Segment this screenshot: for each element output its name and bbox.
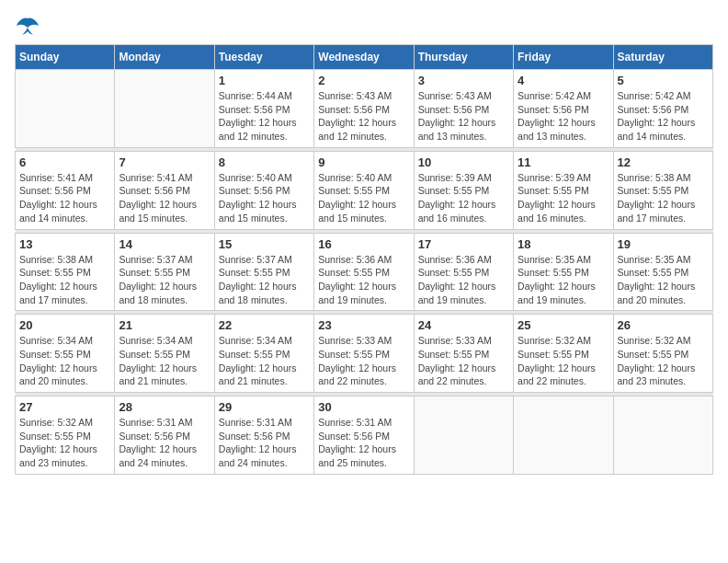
calendar-week-row: 6Sunrise: 5:41 AM Sunset: 5:56 PM Daylig… bbox=[16, 151, 713, 229]
calendar-day-cell: 15Sunrise: 5:37 AM Sunset: 5:55 PM Dayli… bbox=[214, 233, 313, 311]
day-info: Sunrise: 5:39 AM Sunset: 5:55 PM Dayligh… bbox=[518, 171, 609, 225]
calendar-day-cell: 12Sunrise: 5:38 AM Sunset: 5:55 PM Dayli… bbox=[613, 151, 712, 229]
logo-icon bbox=[15, 15, 40, 37]
day-info: Sunrise: 5:31 AM Sunset: 5:56 PM Dayligh… bbox=[318, 416, 409, 470]
day-info: Sunrise: 5:39 AM Sunset: 5:55 PM Dayligh… bbox=[418, 171, 509, 225]
calendar-day-cell: 7Sunrise: 5:41 AM Sunset: 5:56 PM Daylig… bbox=[115, 151, 214, 229]
day-info: Sunrise: 5:36 AM Sunset: 5:55 PM Dayligh… bbox=[318, 253, 409, 307]
day-number: 20 bbox=[19, 318, 110, 332]
calendar-day-cell bbox=[613, 396, 712, 475]
calendar-day-cell: 30Sunrise: 5:31 AM Sunset: 5:56 PM Dayli… bbox=[314, 396, 414, 475]
calendar-day-cell: 1Sunrise: 5:44 AM Sunset: 5:56 PM Daylig… bbox=[214, 70, 313, 148]
weekday-header-thursday: Thursday bbox=[414, 45, 513, 70]
day-info: Sunrise: 5:44 AM Sunset: 5:56 PM Dayligh… bbox=[219, 89, 310, 144]
day-number: 16 bbox=[318, 237, 409, 251]
calendar-day-cell: 24Sunrise: 5:33 AM Sunset: 5:55 PM Dayli… bbox=[414, 315, 513, 393]
day-number: 12 bbox=[618, 155, 709, 169]
calendar-day-cell: 14Sunrise: 5:37 AM Sunset: 5:55 PM Dayli… bbox=[115, 233, 214, 311]
calendar-day-cell: 18Sunrise: 5:35 AM Sunset: 5:55 PM Dayli… bbox=[514, 233, 613, 311]
day-info: Sunrise: 5:34 AM Sunset: 5:55 PM Dayligh… bbox=[19, 334, 110, 388]
day-number: 8 bbox=[219, 155, 310, 169]
day-info: Sunrise: 5:41 AM Sunset: 5:56 PM Dayligh… bbox=[119, 171, 210, 225]
day-number: 18 bbox=[518, 237, 609, 251]
day-info: Sunrise: 5:38 AM Sunset: 5:55 PM Dayligh… bbox=[19, 253, 110, 307]
day-number: 10 bbox=[418, 155, 509, 169]
day-number: 29 bbox=[219, 400, 310, 414]
day-info: Sunrise: 5:32 AM Sunset: 5:55 PM Dayligh… bbox=[618, 334, 709, 388]
day-info: Sunrise: 5:42 AM Sunset: 5:56 PM Dayligh… bbox=[518, 89, 609, 144]
day-number: 15 bbox=[219, 237, 310, 251]
calendar-day-cell: 9Sunrise: 5:40 AM Sunset: 5:55 PM Daylig… bbox=[314, 151, 414, 229]
calendar-day-cell: 28Sunrise: 5:31 AM Sunset: 5:56 PM Dayli… bbox=[115, 396, 214, 475]
calendar-day-cell: 2Sunrise: 5:43 AM Sunset: 5:56 PM Daylig… bbox=[314, 70, 414, 148]
calendar-week-row: 1Sunrise: 5:44 AM Sunset: 5:56 PM Daylig… bbox=[16, 70, 713, 148]
calendar-day-cell: 6Sunrise: 5:41 AM Sunset: 5:56 PM Daylig… bbox=[16, 151, 115, 229]
day-number: 22 bbox=[219, 318, 310, 332]
calendar-day-cell: 21Sunrise: 5:34 AM Sunset: 5:55 PM Dayli… bbox=[115, 315, 214, 393]
logo bbox=[15, 15, 44, 37]
day-number: 19 bbox=[618, 237, 709, 251]
calendar-week-row: 13Sunrise: 5:38 AM Sunset: 5:55 PM Dayli… bbox=[16, 233, 713, 311]
calendar-day-cell: 19Sunrise: 5:35 AM Sunset: 5:55 PM Dayli… bbox=[613, 233, 712, 311]
day-number: 26 bbox=[618, 318, 709, 332]
day-number: 21 bbox=[119, 318, 210, 332]
day-info: Sunrise: 5:43 AM Sunset: 5:56 PM Dayligh… bbox=[418, 89, 509, 144]
day-number: 3 bbox=[418, 74, 509, 87]
day-info: Sunrise: 5:32 AM Sunset: 5:55 PM Dayligh… bbox=[19, 416, 110, 470]
day-info: Sunrise: 5:40 AM Sunset: 5:56 PM Dayligh… bbox=[219, 171, 310, 225]
calendar-day-cell: 20Sunrise: 5:34 AM Sunset: 5:55 PM Dayli… bbox=[16, 315, 115, 393]
day-number: 11 bbox=[518, 155, 609, 169]
day-number: 14 bbox=[119, 237, 210, 251]
calendar-day-cell: 4Sunrise: 5:42 AM Sunset: 5:56 PM Daylig… bbox=[514, 70, 613, 148]
day-number: 2 bbox=[318, 74, 409, 87]
day-number: 4 bbox=[518, 74, 609, 87]
calendar-day-cell: 10Sunrise: 5:39 AM Sunset: 5:55 PM Dayli… bbox=[414, 151, 513, 229]
calendar-day-cell bbox=[115, 70, 214, 148]
calendar-day-cell: 17Sunrise: 5:36 AM Sunset: 5:55 PM Dayli… bbox=[414, 233, 513, 311]
calendar-day-cell: 8Sunrise: 5:40 AM Sunset: 5:56 PM Daylig… bbox=[214, 151, 313, 229]
calendar-day-cell bbox=[514, 396, 613, 475]
calendar-table: SundayMondayTuesdayWednesdayThursdayFrid… bbox=[15, 44, 713, 475]
day-number: 24 bbox=[418, 318, 509, 332]
calendar-day-cell: 16Sunrise: 5:36 AM Sunset: 5:55 PM Dayli… bbox=[314, 233, 414, 311]
day-info: Sunrise: 5:40 AM Sunset: 5:55 PM Dayligh… bbox=[318, 171, 409, 225]
day-number: 30 bbox=[318, 400, 409, 414]
calendar-day-cell: 26Sunrise: 5:32 AM Sunset: 5:55 PM Dayli… bbox=[613, 315, 712, 393]
weekday-header-saturday: Saturday bbox=[613, 45, 712, 70]
day-number: 28 bbox=[119, 400, 210, 414]
day-number: 23 bbox=[318, 318, 409, 332]
day-info: Sunrise: 5:43 AM Sunset: 5:56 PM Dayligh… bbox=[318, 89, 409, 144]
calendar-day-cell: 13Sunrise: 5:38 AM Sunset: 5:55 PM Dayli… bbox=[16, 233, 115, 311]
day-number: 6 bbox=[19, 155, 110, 169]
day-number: 7 bbox=[119, 155, 210, 169]
day-number: 25 bbox=[518, 318, 609, 332]
day-info: Sunrise: 5:41 AM Sunset: 5:56 PM Dayligh… bbox=[19, 171, 110, 225]
weekday-header-sunday: Sunday bbox=[16, 45, 115, 70]
day-number: 27 bbox=[19, 400, 110, 414]
calendar-day-cell: 29Sunrise: 5:31 AM Sunset: 5:56 PM Dayli… bbox=[214, 396, 313, 475]
weekday-header-friday: Friday bbox=[514, 45, 613, 70]
calendar-day-cell: 22Sunrise: 5:34 AM Sunset: 5:55 PM Dayli… bbox=[214, 315, 313, 393]
day-number: 1 bbox=[219, 74, 310, 87]
calendar-header-row: SundayMondayTuesdayWednesdayThursdayFrid… bbox=[16, 45, 713, 70]
calendar-day-cell: 25Sunrise: 5:32 AM Sunset: 5:55 PM Dayli… bbox=[514, 315, 613, 393]
day-info: Sunrise: 5:33 AM Sunset: 5:55 PM Dayligh… bbox=[418, 334, 509, 388]
day-info: Sunrise: 5:42 AM Sunset: 5:56 PM Dayligh… bbox=[618, 89, 709, 144]
day-info: Sunrise: 5:33 AM Sunset: 5:55 PM Dayligh… bbox=[318, 334, 409, 388]
day-info: Sunrise: 5:35 AM Sunset: 5:55 PM Dayligh… bbox=[618, 253, 709, 307]
calendar-day-cell: 23Sunrise: 5:33 AM Sunset: 5:55 PM Dayli… bbox=[314, 315, 414, 393]
day-number: 17 bbox=[418, 237, 509, 251]
day-info: Sunrise: 5:36 AM Sunset: 5:55 PM Dayligh… bbox=[418, 253, 509, 307]
weekday-header-monday: Monday bbox=[115, 45, 214, 70]
calendar-day-cell bbox=[16, 70, 115, 148]
day-info: Sunrise: 5:34 AM Sunset: 5:55 PM Dayligh… bbox=[119, 334, 210, 388]
calendar-week-row: 27Sunrise: 5:32 AM Sunset: 5:55 PM Dayli… bbox=[16, 396, 713, 475]
day-info: Sunrise: 5:32 AM Sunset: 5:55 PM Dayligh… bbox=[518, 334, 609, 388]
page-header bbox=[15, 15, 713, 37]
calendar-day-cell: 3Sunrise: 5:43 AM Sunset: 5:56 PM Daylig… bbox=[414, 70, 513, 148]
day-number: 5 bbox=[618, 74, 709, 87]
day-info: Sunrise: 5:31 AM Sunset: 5:56 PM Dayligh… bbox=[119, 416, 210, 470]
day-info: Sunrise: 5:31 AM Sunset: 5:56 PM Dayligh… bbox=[219, 416, 310, 470]
weekday-header-wednesday: Wednesday bbox=[314, 45, 414, 70]
weekday-header-tuesday: Tuesday bbox=[214, 45, 313, 70]
